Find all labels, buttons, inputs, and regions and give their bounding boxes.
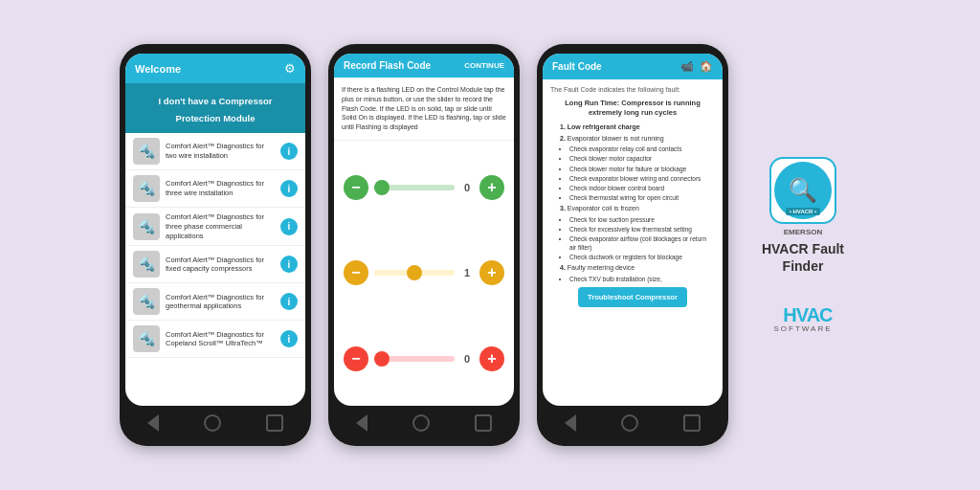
software-text: SOFTWARE <box>773 324 832 333</box>
sub-item: Check TXV bulb installation (size, <box>569 275 715 283</box>
slider-track-0[interactable] <box>374 185 455 190</box>
menu-item-text-3: Comfort Alert™ Diagnostics for fixed cap… <box>166 256 275 275</box>
sub-list-2: Check for low suction pressure Check for… <box>560 215 715 261</box>
home-button[interactable] <box>621 414 638 432</box>
slider-value-0: 0 <box>460 182 474 193</box>
home-icon[interactable]: 🏠 <box>700 60 713 73</box>
back-button[interactable] <box>565 414 576 432</box>
home-button[interactable] <box>204 414 221 432</box>
phone2-header: Record Flash Code CONTINUE <box>334 54 514 78</box>
fault-item-2: 3. Evaporator coil is frozen Check for l… <box>560 204 715 261</box>
home-button[interactable] <box>412 414 430 432</box>
recents-button[interactable] <box>475 414 492 432</box>
slider-row-red: − 0 + <box>344 346 504 371</box>
menu-icon-5: 🔩 <box>133 325 160 352</box>
app-title: HVACR FaultFinder <box>762 240 844 275</box>
sub-item: Check evaporator relay coil and contacts <box>569 145 715 153</box>
back-button[interactable] <box>356 414 368 432</box>
fault-item-1: 2. Evaporator blower is not running Chec… <box>560 134 715 202</box>
sub-list-3: Check TXV bulb installation (size, <box>560 275 715 283</box>
list-item[interactable]: 🔩 Comfort Alert™ Diagnostics for fixed c… <box>125 246 305 283</box>
slider-thumb-0 <box>374 180 390 195</box>
menu-item-text-4: Comfort Alert™ Diagnostics for geotherma… <box>166 293 275 312</box>
menu-item-text-5: Comfort Alert™ Diagnostics for Copeland … <box>166 330 275 349</box>
sub-list-1: Check evaporator relay coil and contacts… <box>560 145 715 202</box>
plus-button-2[interactable]: + <box>479 346 504 371</box>
slider-section: − 0 + − 1 + − <box>334 141 514 406</box>
list-item[interactable]: 🔩 Comfort Alert™ Diagnostics for three w… <box>125 170 305 208</box>
fault-number-2: 3. <box>560 205 566 212</box>
fault-number-0: 1. <box>560 123 566 130</box>
phone1-header: Welcome ⚙ <box>125 54 305 83</box>
list-item[interactable]: 🔩 Comfort Alert™ Diagnostics for Copelan… <box>125 321 305 358</box>
phone3-nav <box>543 410 723 436</box>
video-icon[interactable]: 📹 <box>680 60 694 73</box>
phone3-header: Fault Code 📹 🏠 <box>543 54 723 79</box>
continue-button[interactable]: CONTINUE <box>464 61 504 70</box>
hvac-software: HVAC SOFTWARE <box>773 305 832 333</box>
phone2-title: Record Flash Code <box>344 60 431 71</box>
menu-item-text-1: Comfort Alert™ Diagnostics for three wir… <box>166 179 275 198</box>
info-btn-4[interactable]: i <box>280 293 298 310</box>
sub-item: Check thermostat wiring for open circuit <box>569 193 715 202</box>
branding-section: 🔍 • HVACR • EMERSON HVACR FaultFinder HV… <box>746 157 860 333</box>
flash-instructions: If there is a flashing LED on the Contro… <box>334 78 514 141</box>
info-btn-1[interactable]: i <box>280 180 298 197</box>
fault-item-3: 4. Faulty metering device Check TXV bulb… <box>560 263 715 283</box>
fault-title: Long Run Time: Compressor is running ext… <box>550 99 715 119</box>
phone3-icons: 📹 🏠 <box>680 60 713 73</box>
list-item[interactable]: 🔩 Comfort Alert™ Diagnostics for geother… <box>125 283 305 321</box>
info-btn-5[interactable]: i <box>280 330 298 347</box>
phone2: Record Flash Code CONTINUE If there is a… <box>328 44 520 446</box>
menu-icon-4: 🔩 <box>133 288 160 315</box>
minus-button-1[interactable]: − <box>344 260 368 285</box>
sub-item: Check evaporator airflow (coil blockages… <box>569 234 715 252</box>
menu-list: 🔩 Comfort Alert™ Diagnostics for two wir… <box>125 133 305 406</box>
phone1-title: Welcome <box>135 63 181 75</box>
list-item[interactable]: 🔩 Comfort Alert™ Diagnostics for three p… <box>125 208 305 246</box>
menu-icon-0: 🔩 <box>133 138 160 165</box>
troubleshoot-button[interactable]: Troubleshoot Compressor <box>578 287 687 307</box>
fault-item-0: 1. Low refrigerant charge <box>560 122 715 132</box>
plus-button-1[interactable]: + <box>479 260 504 285</box>
slider-track-1[interactable] <box>374 270 455 276</box>
recents-button[interactable] <box>266 414 283 432</box>
fault-intro: The Fault Code indicates the following f… <box>550 85 715 95</box>
app-icon-inner: 🔍 • HVACR • <box>774 162 832 219</box>
info-btn-0[interactable]: i <box>280 143 298 160</box>
fault-number-1: 2. <box>560 135 566 142</box>
phone3-screen: Fault Code 📹 🏠 The Fault Code indicates … <box>543 54 723 406</box>
app-icon: 🔍 • HVACR • <box>769 157 836 224</box>
phone2-nav <box>334 410 514 436</box>
hvacr-label: • HVACR • <box>786 208 820 215</box>
plus-button-0[interactable]: + <box>479 175 504 200</box>
phone2-screen: Record Flash Code CONTINUE If there is a… <box>334 54 514 406</box>
info-btn-2[interactable]: i <box>280 218 298 235</box>
recents-button[interactable] <box>683 414 701 432</box>
sub-item: Check blower motor capacitor <box>569 154 715 163</box>
menu-icon-1: 🔩 <box>133 175 160 202</box>
menu-item-text-0: Comfort Alert™ Diagnostics for two wire … <box>166 142 275 161</box>
slider-track-2[interactable] <box>374 356 455 362</box>
slider-thumb-1 <box>407 265 422 280</box>
sub-item: Check indoor blower control board <box>569 184 715 192</box>
gear-icon[interactable]: ⚙ <box>284 61 296 76</box>
back-button[interactable] <box>147 414 159 432</box>
minus-button-0[interactable]: − <box>344 175 368 200</box>
emerson-label: EMERSON <box>784 228 822 236</box>
hvac-text: HVAC <box>783 305 832 324</box>
fault-text-0: Low refrigerant charge <box>568 123 640 130</box>
slider-value-1: 1 <box>460 267 474 278</box>
slider-row-yellow: − 1 + <box>344 260 504 285</box>
slider-value-2: 0 <box>460 353 474 365</box>
fault-number-3: 4. <box>560 264 566 271</box>
sub-item: Check for excessively low thermostat set… <box>569 225 715 234</box>
minus-button-2[interactable]: − <box>344 346 368 371</box>
slider-thumb-2 <box>374 351 390 367</box>
sub-item: Check evaporator blower wiring and conne… <box>569 174 715 183</box>
phone1-screen: Welcome ⚙ I don't have a Compressor Prot… <box>125 54 305 406</box>
menu-item-text-2: Comfort Alert™ Diagnostics for three pha… <box>166 212 275 240</box>
menu-icon-3: 🔩 <box>133 251 160 278</box>
list-item[interactable]: 🔩 Comfort Alert™ Diagnostics for two wir… <box>125 133 305 170</box>
info-btn-3[interactable]: i <box>280 256 298 273</box>
